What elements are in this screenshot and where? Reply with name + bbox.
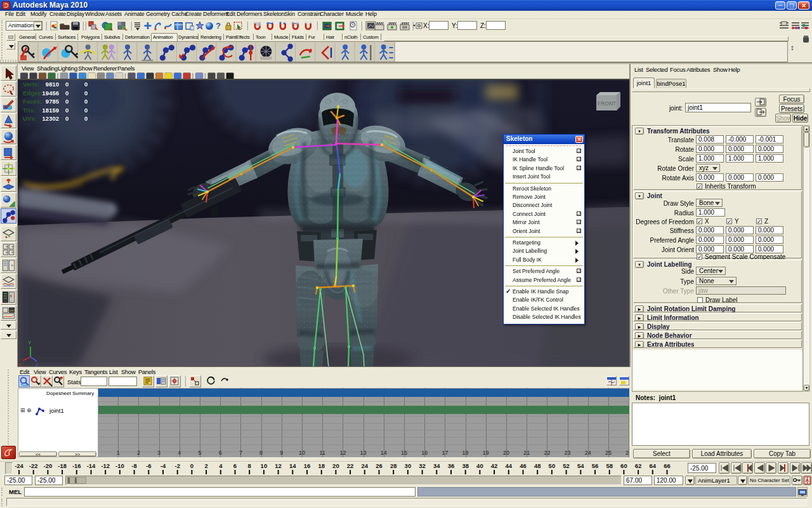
svg-text:18159: 18159 xyxy=(43,107,59,114)
svg-text:0: 0 xyxy=(84,90,88,97)
svg-text:FRONT: FRONT xyxy=(598,100,617,107)
svg-text:Faces:: Faces: xyxy=(23,98,42,105)
svg-text:-16: -16 xyxy=(72,462,81,469)
svg-text:9810: 9810 xyxy=(46,81,59,88)
svg-text:19: 19 xyxy=(483,450,489,456)
svg-text:13: 13 xyxy=(360,450,367,456)
svg-text:UVs:: UVs: xyxy=(23,115,37,122)
svg-text:12: 12 xyxy=(339,450,346,456)
svg-text:58: 58 xyxy=(606,462,613,469)
svg-text:22: 22 xyxy=(544,450,550,456)
svg-text:0: 0 xyxy=(65,90,69,97)
svg-text:Verts:: Verts: xyxy=(23,81,39,88)
svg-text:21: 21 xyxy=(523,450,530,456)
svg-text:9: 9 xyxy=(280,450,283,456)
svg-text:15: 15 xyxy=(401,450,407,456)
svg-text:42: 42 xyxy=(491,462,498,469)
svg-text:11: 11 xyxy=(320,450,325,456)
svg-text:20: 20 xyxy=(503,450,509,456)
svg-text:-18: -18 xyxy=(58,462,67,469)
svg-text:14: 14 xyxy=(289,462,296,469)
svg-text:16: 16 xyxy=(421,450,428,456)
svg-text:0: 0 xyxy=(84,107,88,114)
svg-text:60: 60 xyxy=(620,462,627,469)
svg-text:8: 8 xyxy=(248,462,251,469)
svg-text:7: 7 xyxy=(239,450,242,456)
svg-text:-10: -10 xyxy=(115,462,124,469)
svg-text:-20: -20 xyxy=(44,462,53,469)
svg-text:46: 46 xyxy=(520,462,527,469)
svg-text:4: 4 xyxy=(178,450,181,456)
svg-text:-22: -22 xyxy=(29,462,38,469)
svg-text:-14: -14 xyxy=(87,462,96,469)
svg-text:6: 6 xyxy=(219,450,222,456)
svg-text:17: 17 xyxy=(442,450,448,456)
svg-text:22: 22 xyxy=(347,462,354,469)
svg-text:36: 36 xyxy=(448,462,455,469)
svg-text:32: 32 xyxy=(419,462,426,469)
svg-text:40: 40 xyxy=(476,462,483,469)
svg-text:62: 62 xyxy=(635,462,642,469)
svg-text:18: 18 xyxy=(462,450,469,456)
svg-text:25: 25 xyxy=(605,450,612,456)
svg-text:8: 8 xyxy=(259,450,263,456)
svg-text:26: 26 xyxy=(625,450,629,456)
svg-text:0: 0 xyxy=(65,107,69,114)
svg-text:10: 10 xyxy=(299,450,305,456)
svg-text:44: 44 xyxy=(506,462,513,469)
svg-text:-12: -12 xyxy=(101,462,110,469)
svg-text:16: 16 xyxy=(304,462,311,469)
svg-text:19456: 19456 xyxy=(43,90,59,97)
svg-text:66: 66 xyxy=(664,462,671,469)
svg-text:1: 1 xyxy=(117,450,120,456)
svg-text:18: 18 xyxy=(318,462,325,469)
svg-text:26: 26 xyxy=(376,462,383,469)
svg-text:12: 12 xyxy=(275,462,282,469)
svg-text:30: 30 xyxy=(405,462,412,469)
svg-text:0: 0 xyxy=(65,98,69,105)
svg-text:12302: 12302 xyxy=(43,115,59,122)
svg-text:-2: -2 xyxy=(174,462,180,469)
svg-text:0: 0 xyxy=(65,115,69,122)
svg-text:Edges:: Edges: xyxy=(23,90,43,97)
svg-text:0: 0 xyxy=(190,462,193,469)
svg-text:38: 38 xyxy=(462,462,469,469)
svg-text:28: 28 xyxy=(390,462,397,469)
svg-text:-24: -24 xyxy=(15,462,23,469)
svg-text:10: 10 xyxy=(261,462,268,469)
svg-text:50: 50 xyxy=(549,462,556,469)
svg-text:23: 23 xyxy=(565,450,571,456)
svg-text:0: 0 xyxy=(84,98,88,105)
svg-text:20: 20 xyxy=(332,462,339,469)
svg-text:52: 52 xyxy=(563,462,570,469)
svg-text:56: 56 xyxy=(592,462,599,469)
svg-text:Y: Y xyxy=(28,340,32,345)
svg-text:3: 3 xyxy=(157,450,160,456)
svg-text:24: 24 xyxy=(362,462,369,469)
svg-text:54: 54 xyxy=(577,462,584,469)
svg-text:64: 64 xyxy=(650,462,657,469)
svg-text:34: 34 xyxy=(433,462,440,469)
svg-text:14: 14 xyxy=(381,450,387,456)
svg-text:24: 24 xyxy=(585,450,591,456)
svg-text:5: 5 xyxy=(198,450,201,456)
svg-text:6: 6 xyxy=(233,462,237,469)
svg-text:2: 2 xyxy=(137,450,140,456)
svg-text:0: 0 xyxy=(65,81,69,88)
svg-text:0: 0 xyxy=(84,81,88,88)
svg-text:-4: -4 xyxy=(160,462,166,469)
svg-text:9785: 9785 xyxy=(46,98,60,105)
svg-text:48: 48 xyxy=(534,462,541,469)
svg-text:-8: -8 xyxy=(131,462,136,469)
svg-text:0: 0 xyxy=(84,115,88,122)
svg-text:4: 4 xyxy=(219,462,223,469)
svg-text:2: 2 xyxy=(204,462,207,469)
svg-text:Tris:: Tris: xyxy=(23,107,36,114)
svg-text:-6: -6 xyxy=(146,462,151,469)
